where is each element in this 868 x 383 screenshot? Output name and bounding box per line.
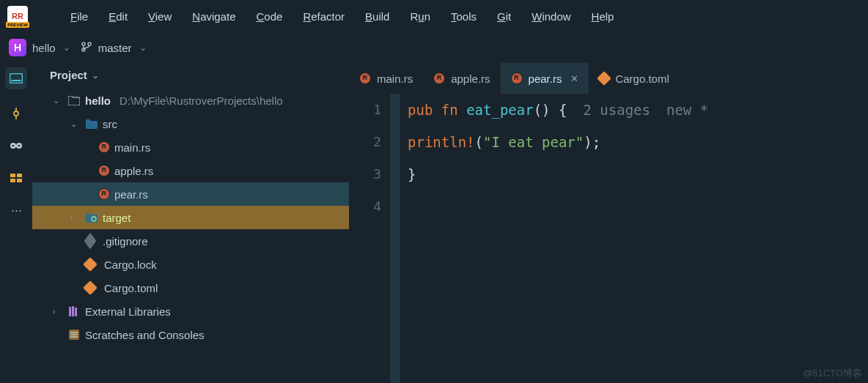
svg-point-0 bbox=[82, 42, 85, 45]
menu-tools[interactable]: Tools bbox=[441, 7, 487, 26]
tree-scratches[interactable]: Scratches and Consoles bbox=[32, 323, 349, 346]
menu-view[interactable]: View bbox=[138, 7, 182, 26]
tree-gitignore[interactable]: .gitignore bbox=[32, 229, 349, 253]
more-tool-icon[interactable]: ⋯ bbox=[8, 202, 24, 218]
usages-hint: 2 usages bbox=[583, 94, 650, 126]
menu-build[interactable]: Build bbox=[355, 7, 400, 26]
line-number: 3 bbox=[349, 158, 381, 190]
tree-cargo-lock[interactable]: Cargo.lock bbox=[32, 253, 349, 276]
panel-title: Project bbox=[50, 69, 87, 81]
tree-cargo-toml[interactable]: Cargo.toml bbox=[32, 276, 349, 300]
rust-file-icon bbox=[359, 72, 371, 84]
line-number: 4 bbox=[349, 190, 381, 223]
rust-file-icon bbox=[433, 72, 445, 84]
gutter-border bbox=[390, 94, 400, 383]
library-icon bbox=[67, 305, 81, 318]
project-tool-icon[interactable] bbox=[5, 67, 27, 89]
commit-tool-icon[interactable] bbox=[8, 105, 24, 122]
menu-edit[interactable]: Edit bbox=[98, 7, 138, 26]
git-branch-selector[interactable]: master ⌄ bbox=[81, 41, 147, 55]
chevron-right-icon: › bbox=[70, 213, 81, 222]
tree-root-path: D:\MyFile\RustroverProjects\hello bbox=[119, 94, 283, 107]
tree-file-pear[interactable]: pear.rs bbox=[32, 182, 349, 206]
file-label: pear.rs bbox=[114, 188, 148, 201]
rust-file-icon bbox=[98, 165, 110, 176]
navbar: H hello ⌄ master ⌄ bbox=[0, 32, 868, 63]
git-branch-icon bbox=[81, 41, 92, 55]
project-name: hello bbox=[32, 42, 56, 54]
watermark: @51CTO博客 bbox=[803, 367, 862, 380]
structure-tool-icon[interactable] bbox=[8, 170, 24, 186]
tree-root-name: hello bbox=[85, 94, 111, 107]
code-line-4 bbox=[408, 190, 868, 223]
svg-point-1 bbox=[88, 42, 91, 45]
project-selector[interactable]: H hello ⌄ bbox=[9, 39, 70, 56]
project-panel-header[interactable]: Project ⌄ bbox=[32, 63, 349, 87]
cargo-icon bbox=[597, 71, 612, 86]
menu-run[interactable]: Run bbox=[400, 7, 441, 26]
svg-point-5 bbox=[14, 111, 18, 116]
menu-code[interactable]: Code bbox=[246, 7, 293, 26]
tab-main[interactable]: main.rs bbox=[349, 63, 423, 94]
file-label: .gitignore bbox=[103, 235, 148, 248]
code-line-1: pub fn eat_pear() {2 usagesnew * bbox=[408, 94, 868, 126]
menu-refactor[interactable]: Refactor bbox=[293, 7, 355, 26]
svg-rect-11 bbox=[17, 174, 22, 177]
scratches-icon bbox=[67, 328, 81, 341]
tree-root[interactable]: ⌄ hello D:\MyFile\RustroverProjects\hell… bbox=[32, 89, 349, 112]
chevron-down-icon: ⌄ bbox=[53, 96, 63, 105]
tree-file-apple[interactable]: apple.rs bbox=[32, 159, 349, 182]
svg-rect-17 bbox=[75, 308, 77, 316]
tab-apple[interactable]: apple.rs bbox=[423, 63, 500, 94]
tree-src-label: src bbox=[103, 118, 117, 130]
cargo-icon bbox=[83, 280, 98, 295]
chevron-down-icon: ⌄ bbox=[92, 70, 99, 81]
copilot-tool-icon[interactable] bbox=[8, 138, 24, 154]
editor-tabbar: main.rs apple.rs pear.rs ✕ Cargo.toml bbox=[349, 63, 868, 94]
svg-rect-13 bbox=[17, 179, 22, 182]
editor: main.rs apple.rs pear.rs ✕ Cargo.toml 1 … bbox=[349, 63, 868, 383]
chevron-down-icon: ⌄ bbox=[139, 42, 147, 53]
menu-file[interactable]: File bbox=[60, 7, 98, 26]
project-panel: Project ⌄ ⌄ hello D:\MyFile\RustroverPro… bbox=[32, 63, 349, 383]
tree-target[interactable]: › target bbox=[32, 206, 349, 229]
svg-rect-3 bbox=[10, 74, 23, 83]
folder-icon bbox=[67, 94, 81, 107]
svg-rect-10 bbox=[10, 174, 15, 177]
tab-label: pear.rs bbox=[529, 72, 562, 85]
app-logo: RR PREVIEW bbox=[7, 6, 28, 26]
menu-git[interactable]: Git bbox=[487, 7, 521, 26]
code-line-3: } bbox=[408, 158, 868, 190]
code-area: 1 2 3 4 pub fn eat_pear() {2 usagesnew *… bbox=[349, 94, 868, 383]
tab-pear[interactable]: pear.rs ✕ bbox=[501, 63, 589, 94]
app-preview-badge: PREVIEW bbox=[6, 22, 29, 28]
gitignore-icon bbox=[84, 233, 96, 250]
branch-name: master bbox=[98, 42, 132, 54]
tab-cargo[interactable]: Cargo.toml bbox=[589, 63, 679, 94]
menu-help[interactable]: Help bbox=[581, 7, 625, 26]
tree-external-libs[interactable]: › External Libraries bbox=[32, 300, 349, 323]
tab-label: Cargo.toml bbox=[615, 72, 669, 85]
src-folder-icon bbox=[85, 117, 98, 130]
file-label: apple.rs bbox=[114, 165, 153, 177]
line-number: 2 bbox=[349, 126, 381, 158]
menu-window[interactable]: Window bbox=[521, 7, 581, 26]
target-folder-icon bbox=[85, 211, 98, 224]
rust-file-icon bbox=[98, 188, 110, 200]
svg-rect-16 bbox=[72, 306, 74, 316]
close-icon[interactable]: ✕ bbox=[570, 73, 578, 84]
cargo-icon bbox=[83, 257, 98, 272]
chevron-down-icon: ⌄ bbox=[63, 42, 70, 53]
chevron-down-icon: ⌄ bbox=[70, 119, 81, 129]
svg-point-8 bbox=[12, 145, 15, 147]
menubar: RR PREVIEW File Edit View Navigate Code … bbox=[0, 0, 868, 32]
tree-src[interactable]: ⌄ src bbox=[32, 112, 349, 135]
target-label: target bbox=[103, 212, 130, 224]
code-text[interactable]: pub fn eat_pear() {2 usagesnew * println… bbox=[400, 94, 868, 383]
rust-file-icon bbox=[98, 141, 110, 153]
tree-file-main[interactable]: main.rs bbox=[32, 135, 349, 159]
rust-file-icon bbox=[511, 72, 523, 84]
menu-navigate[interactable]: Navigate bbox=[182, 7, 246, 26]
svg-rect-12 bbox=[10, 179, 15, 182]
main-area: ⋯ Project ⌄ ⌄ hello D:\MyFile\RustroverP… bbox=[0, 63, 868, 383]
